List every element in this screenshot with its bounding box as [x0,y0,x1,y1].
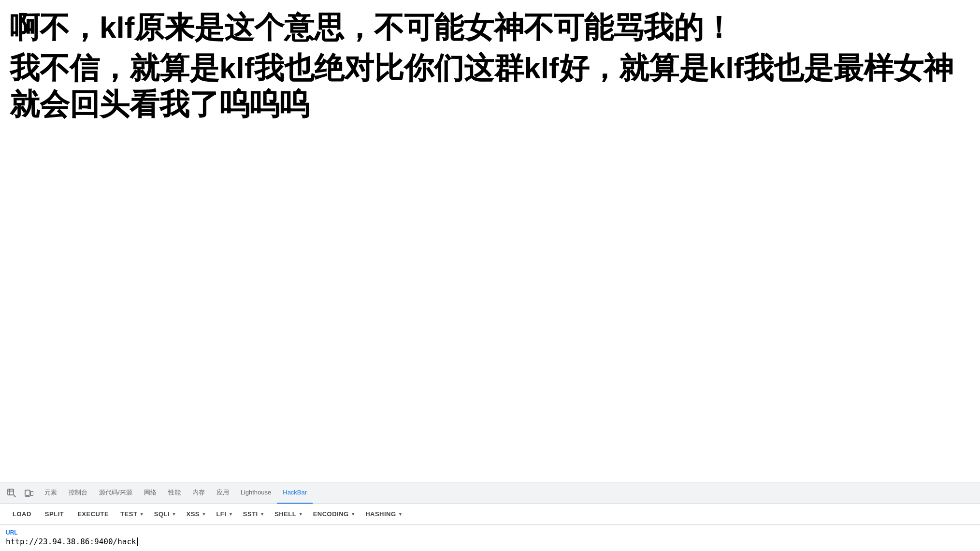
execute-button[interactable]: EXECUTE [71,508,115,521]
inspect-element-icon[interactable] [4,485,19,501]
hackbar-url-section: URL http://23.94.38.86:9400/hack [0,525,980,551]
test-dropdown-arrow: ▼ [139,511,144,517]
tab-lighthouse[interactable]: Lighthouse [235,482,277,504]
svg-line-3 [14,495,15,497]
url-label: URL [6,529,974,536]
xss-button[interactable]: XSS ▼ [181,508,211,521]
xss-dropdown-arrow: ▼ [202,511,206,517]
test-button[interactable]: TEST ▼ [115,508,149,521]
lfi-button[interactable]: LFI ▼ [211,508,238,521]
tab-console[interactable]: 控制台 [63,482,93,504]
tab-sources[interactable]: 源代码/来源 [93,482,138,504]
tab-hackbar[interactable]: HackBar [277,482,313,504]
tab-memory[interactable]: 内存 [187,482,211,504]
tab-application[interactable]: 应用 [211,482,235,504]
url-input[interactable]: http://23.94.38.86:9400/hack [6,537,974,546]
tab-network[interactable]: 网络 [138,482,162,504]
svg-rect-5 [30,492,33,495]
sqli-dropdown-arrow: ▼ [172,511,176,517]
device-toolbar-icon[interactable] [21,485,37,501]
lfi-dropdown-arrow: ▼ [228,511,233,517]
hackbar-toolbar: LOAD SPLIT EXECUTE TEST ▼ SQLI ▼ XSS ▼ L… [0,504,980,525]
svg-rect-0 [8,489,14,495]
text-line1: 啊不，klf原来是这个意思，不可能女神不可能骂我的！ [10,10,970,45]
hashing-button[interactable]: HASHING ▼ [360,508,408,521]
main-content: 啊不，klf原来是这个意思，不可能女神不可能骂我的！ 我不信，就算是klf我也绝… [0,0,980,482]
tab-performance[interactable]: 性能 [162,482,187,504]
tab-elements[interactable]: 元素 [39,482,63,504]
shell-button[interactable]: SHELL ▼ [270,508,308,521]
ssti-dropdown-arrow: ▼ [260,511,265,517]
hashing-dropdown-arrow: ▼ [398,511,403,517]
split-button[interactable]: SPLIT [38,508,71,521]
load-button[interactable]: LOAD [6,508,38,521]
text-line2: 我不信，就算是klf我也绝对比你们这群klf好，就算是klf我也是最样女神就会回… [10,50,970,122]
sqli-button[interactable]: SQLI ▼ [149,508,182,521]
encoding-dropdown-arrow: ▼ [351,511,356,517]
devtools-tabs: 元素 控制台 源代码/来源 网络 性能 内存 应用 Lighthouse Hac… [0,482,980,504]
text-cursor [137,537,138,546]
ssti-button[interactable]: SSTI ▼ [238,508,270,521]
devtools-panel: 元素 控制台 源代码/来源 网络 性能 内存 应用 Lighthouse Hac… [0,482,980,551]
encoding-button[interactable]: ENCODING ▼ [308,508,360,521]
shell-dropdown-arrow: ▼ [298,511,303,517]
